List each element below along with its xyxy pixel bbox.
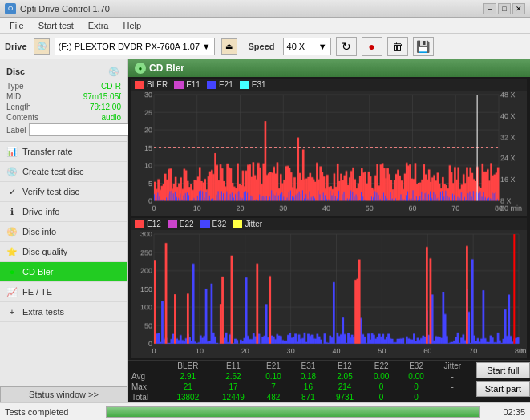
legend-e22-label: E22 xyxy=(180,220,194,228)
disc-contents-row: Contents audio xyxy=(6,113,121,122)
disc-label-input[interactable] xyxy=(29,123,136,136)
status-text: Tests completed xyxy=(5,407,101,417)
speed-label: Speed xyxy=(249,42,275,51)
disc-type-label: Type xyxy=(6,82,24,91)
sidebar-item-disc-quality[interactable]: ⭐ Disc quality xyxy=(0,242,127,262)
col-e31: E31 xyxy=(291,361,326,371)
total-e12: 9731 xyxy=(326,392,364,402)
avg-e22: 0.00 xyxy=(364,371,399,382)
table-row: Max 21 17 7 16 214 0 0 - xyxy=(128,382,471,392)
title-buttons: – □ ✕ xyxy=(483,3,525,14)
legend-bler-label: BLER xyxy=(147,80,168,89)
legend-bler-color xyxy=(135,81,144,89)
legend-e31-color xyxy=(240,81,249,89)
legend-e31: E31 xyxy=(240,80,266,89)
create-test-disc-label: Create test disc xyxy=(22,167,83,176)
disc-mid-label: MID xyxy=(6,92,21,101)
drive-eject-icon[interactable]: 💿 xyxy=(34,38,50,55)
top-chart-canvas xyxy=(131,91,527,216)
disc-length-label: Length xyxy=(6,103,31,111)
disc-quality-label: Disc quality xyxy=(22,247,67,256)
col-e11: E11 xyxy=(211,361,257,371)
max-e31: 16 xyxy=(291,382,326,392)
record-button[interactable]: ● xyxy=(362,37,382,56)
avg-e31: 0.18 xyxy=(291,371,326,382)
close-button[interactable]: ✕ xyxy=(512,3,525,14)
stats-table-wrapper: BLER E11 E21 E31 E12 E22 E32 Jitter Avg xyxy=(128,361,471,402)
disc-quality-icon: ⭐ xyxy=(6,246,18,257)
sidebar-item-create-test-disc[interactable]: 💿 Create test disc xyxy=(0,162,127,182)
start-buttons: Start full Start part xyxy=(471,361,530,402)
minimize-button[interactable]: – xyxy=(483,3,496,14)
col-e32: E32 xyxy=(399,361,433,371)
total-bler: 13802 xyxy=(165,392,211,402)
legend-e21-label: E21 xyxy=(219,80,233,89)
erase-button[interactable]: 🗑 xyxy=(387,37,408,56)
start-full-button[interactable]: Start full xyxy=(476,362,530,378)
legend-e32-label: E32 xyxy=(212,220,227,228)
disc-section-title: Disc xyxy=(6,67,25,76)
disc-contents-label: Contents xyxy=(6,113,38,122)
menu-start-test[interactable]: Start test xyxy=(32,19,80,32)
disc-label-row: Label 🔍 xyxy=(6,123,121,136)
legend-jitter-color xyxy=(233,220,242,228)
bottom-chart-legend: E12 E22 E32 Jitter xyxy=(131,218,527,230)
refresh-button[interactable]: ↻ xyxy=(336,37,357,56)
top-chart-legend: BLER E11 E21 E31 xyxy=(131,79,527,91)
start-part-button[interactable]: Start part xyxy=(476,381,530,397)
sidebar-item-verify-test-disc[interactable]: ✓ Verify test disc xyxy=(0,182,127,202)
drive-info-label: Drive info xyxy=(22,207,59,216)
max-e12: 214 xyxy=(326,382,364,392)
menu-extra[interactable]: Extra xyxy=(82,19,115,32)
disc-section-icon: 💿 xyxy=(107,64,121,79)
sidebar-item-cd-bler[interactable]: ● CD Bler xyxy=(0,262,127,282)
drive-action-icon[interactable]: ⏏ xyxy=(221,38,237,55)
legend-e11-color xyxy=(174,81,184,89)
sidebar-item-transfer-rate[interactable]: 📊 Transfer rate xyxy=(0,142,127,162)
sidebar: Disc 💿 Type CD-R MID 97m15:05f Length 79… xyxy=(0,59,128,402)
verify-test-disc-icon: ✓ xyxy=(6,186,18,197)
disc-type-value: CD-R xyxy=(101,82,121,91)
avg-e12: 2.05 xyxy=(326,371,364,382)
sidebar-item-extra-tests[interactable]: + Extra tests xyxy=(0,302,127,322)
avg-label: Avg xyxy=(128,371,165,382)
top-chart-area xyxy=(131,91,527,216)
max-bler: 21 xyxy=(165,382,211,392)
bottom-chart-canvas xyxy=(131,230,527,358)
sidebar-item-drive-info[interactable]: ℹ Drive info xyxy=(0,202,127,222)
maximize-button[interactable]: □ xyxy=(498,3,511,14)
legend-e31-label: E31 xyxy=(252,80,266,89)
avg-e32: 0.00 xyxy=(399,371,433,382)
legend-jitter-label: Jitter xyxy=(245,220,262,228)
progress-fill xyxy=(107,407,479,417)
save-button[interactable]: 💾 xyxy=(413,37,434,56)
fe-te-label: FE / TE xyxy=(22,287,52,297)
col-jitter: Jitter xyxy=(434,361,471,371)
max-e22: 0 xyxy=(364,382,399,392)
legend-e12-label: E12 xyxy=(147,220,161,228)
max-e32: 0 xyxy=(399,382,433,392)
disc-section: Disc 💿 Type CD-R MID 97m15:05f Length 79… xyxy=(0,59,127,142)
avg-bler: 2.91 xyxy=(165,371,211,382)
avg-e21: 0.10 xyxy=(256,371,290,382)
max-label: Max xyxy=(128,382,165,392)
extra-tests-icon: + xyxy=(6,306,18,317)
menu-file[interactable]: File xyxy=(3,19,30,32)
drive-select[interactable]: (F:) PLEXTOR DVDR PX-760A 1.07 ▼ xyxy=(55,38,215,55)
sidebar-item-fe-te[interactable]: 📈 FE / TE xyxy=(0,282,127,302)
speed-select[interactable]: 40 X ▼ xyxy=(283,38,331,55)
legend-e12-color xyxy=(135,220,144,228)
legend-e32-color xyxy=(200,220,210,228)
status-window-button[interactable]: Status window >> xyxy=(0,386,127,402)
disc-header: Disc 💿 xyxy=(6,64,121,79)
table-row: Total 13802 12449 482 871 9731 0 0 - xyxy=(128,392,471,402)
max-jitter: - xyxy=(434,382,471,392)
create-test-disc-icon: 💿 xyxy=(6,166,18,177)
col-e22: E22 xyxy=(364,361,399,371)
disc-label-label: Label xyxy=(6,126,26,135)
max-e21: 7 xyxy=(256,382,290,392)
bottom-chart-area xyxy=(131,230,527,358)
disc-contents-value: audio xyxy=(102,113,121,122)
sidebar-item-disc-info[interactable]: 📀 Disc info xyxy=(0,222,127,242)
menu-help[interactable]: Help xyxy=(116,19,148,32)
